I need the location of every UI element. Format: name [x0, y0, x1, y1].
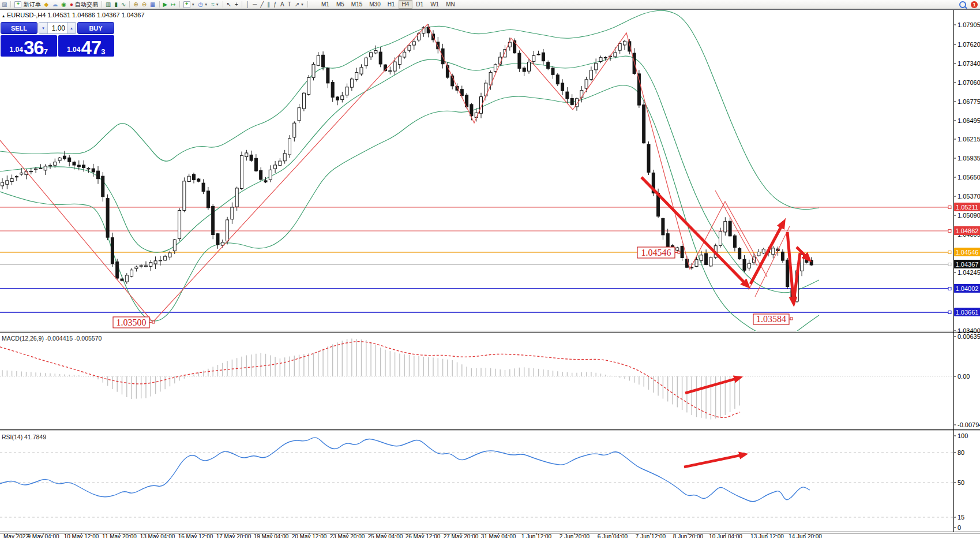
- cursor-tool-icon[interactable]: ↖: [225, 1, 233, 8]
- time-axis-label: 9 May 04:00: [27, 533, 59, 538]
- bullish-candle: [599, 58, 602, 62]
- rsi-pane[interactable]: [0, 438, 953, 517]
- bullish-candle: [293, 123, 296, 137]
- notification-badge[interactable]: 1: [971, 1, 978, 8]
- line-anchor-handle[interactable]: [948, 206, 951, 209]
- sell-button[interactable]: SELL: [1, 22, 37, 34]
- zoom-in-icon: ⊕: [133, 1, 138, 8]
- line-chart-icon[interactable]: ∿: [119, 1, 127, 8]
- price-axis-label: 1.07060: [958, 79, 980, 86]
- volume-increase-button[interactable]: ▲: [67, 23, 76, 33]
- price-axis-label: 1.07905: [958, 21, 980, 28]
- arrows-tool-icon-dropdown-arrow[interactable]: ▼: [301, 3, 304, 6]
- crosshair-tool-icon: +: [235, 1, 238, 8]
- trend-line-segment[interactable]: [755, 226, 790, 297]
- bid-pip-digit: 7: [44, 48, 48, 55]
- fibonacci-tool-icon[interactable]: ƒ: [272, 1, 279, 8]
- annotation-anchor-handle[interactable]: [152, 321, 155, 323]
- new-order-button[interactable]: +新订单: [13, 1, 42, 8]
- bullish-candle: [159, 260, 162, 261]
- line-anchor-handle[interactable]: [948, 251, 951, 254]
- auto-scroll-icon[interactable]: ▶: [162, 1, 170, 8]
- toolbar-separator: [179, 1, 180, 8]
- bullish-candle: [589, 70, 592, 80]
- volume-stepper: ▼ ▲: [39, 22, 76, 34]
- timeframe-button-h1[interactable]: H1: [384, 0, 399, 9]
- signal-icon[interactable]: ◉: [59, 1, 68, 8]
- zoom-out-icon[interactable]: ⊖: [140, 1, 148, 8]
- crosshair-tool-icon[interactable]: +: [233, 1, 240, 8]
- templates-icon-dropdown-arrow[interactable]: ▼: [216, 3, 219, 6]
- bullish-candle: [748, 263, 750, 268]
- bullish-candle: [494, 65, 497, 72]
- macd-pane[interactable]: [0, 338, 953, 419]
- horizontal-line-tool-icon[interactable]: ─: [251, 1, 258, 8]
- label-tool-icon[interactable]: T: [286, 1, 293, 8]
- cloud-icon[interactable]: ☁: [50, 1, 59, 8]
- volume-input[interactable]: [48, 23, 67, 33]
- indicators-icon: +: [183, 1, 190, 8]
- market-watch-icon[interactable]: ◆: [42, 1, 50, 8]
- text-tool-icon[interactable]: A: [279, 1, 286, 8]
- candlestick-chart-icon[interactable]: ▮: [112, 1, 119, 8]
- periods-clock-icon[interactable]: ◷▼: [197, 1, 210, 8]
- chart-shift-icon[interactable]: ↦: [169, 1, 177, 8]
- zoom-in-icon[interactable]: ⊕: [132, 1, 140, 8]
- rsi-trend-arrow[interactable]: [684, 454, 745, 467]
- time-axis-label: 7 Jun 12:00: [636, 533, 666, 538]
- price-annotation[interactable]: 1.03500: [113, 317, 155, 328]
- chart-window-icon[interactable]: ▨: [0, 1, 9, 8]
- bullish-candle: [360, 68, 363, 74]
- bullish-candle: [235, 188, 238, 207]
- indicators-icon-dropdown-arrow[interactable]: ▼: [192, 3, 195, 6]
- timeframe-button-w1[interactable]: W1: [427, 0, 442, 9]
- channel-tool-icon[interactable]: ∥: [265, 1, 272, 8]
- timeframe-button-mn[interactable]: MN: [442, 0, 459, 9]
- main-chart-pane[interactable]: 1.035001.045461.03584: [0, 10, 951, 337]
- bar-chart-icon[interactable]: ▥: [104, 1, 112, 8]
- tile-windows-icon[interactable]: ▦: [148, 1, 157, 8]
- line-anchor-handle[interactable]: [948, 230, 951, 233]
- volume-decrease-button[interactable]: ▼: [39, 23, 48, 33]
- indicators-icon[interactable]: +▼: [182, 1, 197, 8]
- bearish-candle: [97, 171, 100, 179]
- bullish-candle: [695, 260, 698, 267]
- search-button[interactable]: [957, 1, 968, 8]
- ask-price-button[interactable]: 1.04 47 3: [58, 35, 115, 57]
- templates-icon[interactable]: ≈▼: [209, 1, 220, 8]
- trendline-tool-icon[interactable]: ╱: [258, 1, 265, 8]
- timeframe-button-m5[interactable]: M5: [333, 0, 348, 9]
- price-annotation[interactable]: 1.03584: [753, 314, 793, 324]
- bullish-candle: [58, 158, 61, 161]
- arrows-tool-icon[interactable]: ↗▼: [293, 1, 306, 8]
- line-anchor-handle[interactable]: [948, 311, 951, 314]
- time-axis-label: 13 Jun 12:00: [750, 533, 784, 538]
- timeframe-button-m1[interactable]: M1: [318, 0, 333, 9]
- bid-price-button[interactable]: 1.04 36 7: [1, 35, 57, 57]
- periods-clock-icon-dropdown-arrow[interactable]: ▼: [204, 3, 208, 6]
- bearish-candle: [326, 68, 329, 83]
- annotation-price-text: 1.03584: [756, 314, 786, 324]
- vertical-line-tool-icon[interactable]: │: [244, 1, 251, 8]
- bearish-candle: [106, 199, 109, 237]
- chart-canvas[interactable]: 1.035001.045461.035841.079051.076201.073…: [0, 0, 980, 538]
- line-anchor-handle[interactable]: [948, 263, 951, 266]
- annotation-anchor-handle[interactable]: [678, 251, 680, 253]
- timeframe-button-m15[interactable]: M15: [348, 0, 366, 9]
- timeframe-button-m30[interactable]: M30: [366, 0, 384, 9]
- trend-line-segment[interactable]: [715, 190, 757, 266]
- line-anchor-handle[interactable]: [948, 287, 951, 290]
- price-annotation[interactable]: 1.04546: [637, 247, 680, 258]
- fibonacci-tool-icon: ƒ: [273, 1, 277, 8]
- bullish-candle: [618, 43, 621, 50]
- macd-trend-arrow[interactable]: [685, 378, 740, 393]
- time-axis-label: 6 Jun 04:00: [598, 533, 628, 538]
- annotation-anchor-handle[interactable]: [790, 317, 793, 320]
- timeframe-button-h4[interactable]: H4: [399, 0, 413, 9]
- bullish-candle: [412, 42, 415, 45]
- symbol-ohlc-header: ▴EURUSD-,H4 1.04531 1.04686 1.04367 1.04…: [2, 12, 145, 18]
- timeframe-button-d1[interactable]: D1: [412, 0, 427, 9]
- trendline-tool-icon: ╱: [260, 1, 264, 8]
- buy-button[interactable]: BUY: [77, 22, 114, 34]
- autotrade-button[interactable]: ●自动交易: [68, 1, 100, 8]
